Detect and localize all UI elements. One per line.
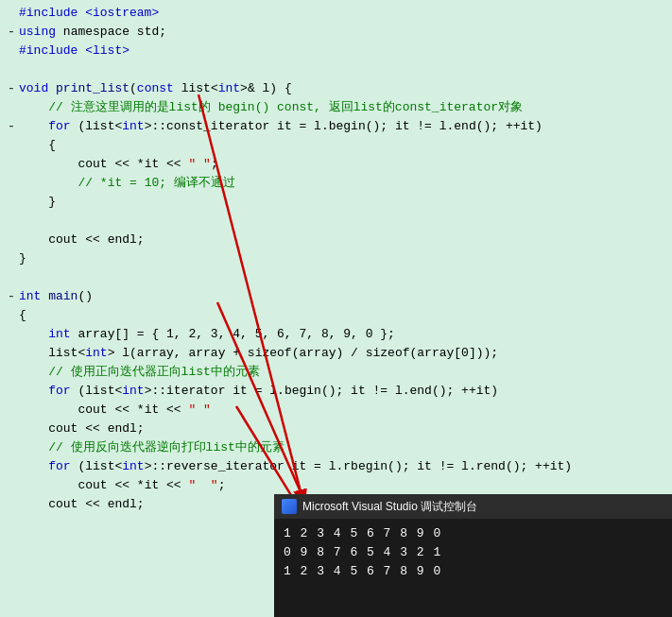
code-line-16: - int main() [0,287,672,306]
console-header: Microsoft Visual Studio 调试控制台 [274,494,672,519]
console-output-1: 1 2 3 4 5 6 7 8 9 0 [284,524,663,543]
line-content-18: int array[] = { 1, 2, 3, 4, 5, 6, 7, 8, … [19,325,668,344]
code-line-23: cout << endl; [0,420,672,438]
console-output-3: 1 2 3 4 5 6 7 8 9 0 [284,562,663,581]
code-line-5: - void print_list(const list<int>& l) { [0,79,672,98]
code-editor: #include <iostream> - using namespace st… [0,0,672,529]
code-line-24: // 使用反向迭代器逆向打印list中的元素 [0,438,672,457]
line-content-5: void print_list(const list<int>& l) { [19,79,668,98]
line-content-24: // 使用反向迭代器逆向打印list中的元素 [19,438,668,457]
code-line-18: int array[] = { 1, 2, 3, 4, 5, 6, 7, 8, … [0,325,672,344]
line-content-13: cout << endl; [19,231,668,249]
code-line-4 [0,60,672,79]
console-title: Microsoft Visual Studio 调试控制台 [302,499,477,515]
line-content-20: // 使用正向迭代器正向list中的元素 [19,363,668,382]
line-content-25: for (list<int>::reverse_iterator it = l.… [19,457,668,476]
line-content-17: { [19,306,668,325]
code-line-11: } [0,193,672,212]
line-content-6: // 注意这里调用的是list的 begin() const, 返回list的c… [19,98,668,117]
code-line-20: // 使用正向迭代器正向list中的元素 [0,363,672,382]
console-output-2: 0 9 8 7 6 5 4 3 2 1 [284,543,663,562]
line-content-4 [19,60,668,79]
line-content-22: cout << *it << " " [19,401,668,420]
line-content-3: #include <list> [19,42,668,60]
gutter-2: - [4,23,19,42]
code-line-17: { [0,306,672,325]
gutter-7: - [4,117,19,136]
code-line-6: // 注意这里调用的是list的 begin() const, 返回list的c… [0,98,672,117]
code-line-26: cout << *it << " "; [0,476,672,495]
line-content-14: } [19,249,668,268]
code-line-8: { [0,136,672,155]
line-content-1: #include <iostream> [19,4,668,23]
code-line-21: for (list<int>::iterator it = l.begin();… [0,382,672,401]
line-content-16: int main() [19,287,668,306]
line-content-8: { [19,136,668,155]
line-content-7: for (list<int>::const_iterator it = l.be… [19,117,668,136]
line-content-19: list<int> l(array, array + sizeof(array)… [19,344,668,363]
code-line-25: for (list<int>::reverse_iterator it = l.… [0,457,672,476]
code-line-13: cout << endl; [0,231,672,249]
line-content-11: } [19,193,668,212]
code-line-1: #include <iostream> [0,4,672,23]
code-line-2: - using namespace std; [0,23,672,42]
line-content-21: for (list<int>::iterator it = l.begin();… [19,382,668,401]
console-body: 1 2 3 4 5 6 7 8 9 0 0 9 8 7 6 5 4 3 2 1 … [274,519,672,587]
code-line-10: // *it = 10; 编译不通过 [0,174,672,193]
code-line-22: cout << *it << " " [0,401,672,420]
line-content-9: cout << *it << " "; [19,155,668,174]
code-line-19: list<int> l(array, array + sizeof(array)… [0,344,672,363]
gutter-16: - [4,287,19,306]
line-content-10: // *it = 10; 编译不通过 [19,174,668,193]
code-line-3: #include <list> [0,42,672,60]
code-line-15 [0,268,672,287]
code-line-9: cout << *it << " "; [0,155,672,174]
code-line-7: - for (list<int>::const_iterator it = l.… [0,117,672,136]
line-content-26: cout << *it << " "; [19,476,668,495]
vs-icon [282,499,297,514]
line-content-15 [19,268,668,287]
console-panel: Microsoft Visual Studio 调试控制台 1 2 3 4 5 … [274,494,672,617]
line-content-2: using namespace std; [19,23,668,42]
code-line-12 [0,212,672,231]
line-content-12 [19,212,668,231]
gutter-5: - [4,79,19,98]
line-content-23: cout << endl; [19,420,668,438]
code-line-14: } [0,249,672,268]
